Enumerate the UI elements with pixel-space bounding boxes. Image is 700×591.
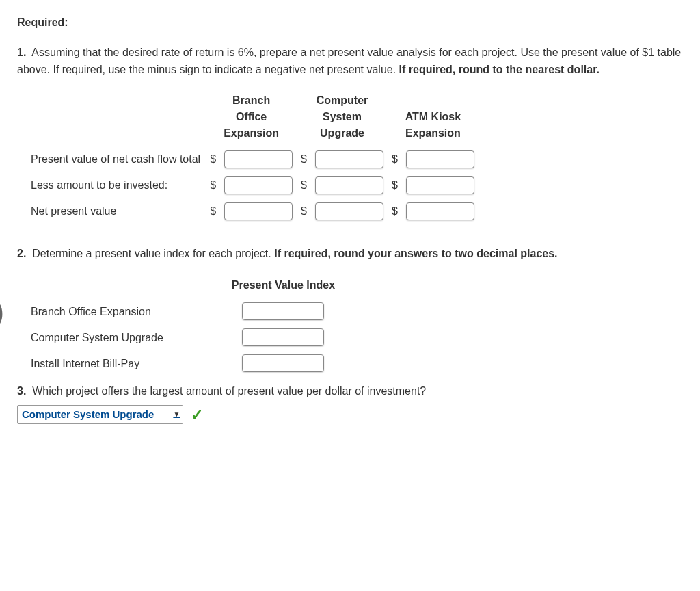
chevron-down-icon: ▼ bbox=[173, 409, 180, 420]
currency-symbol: $ bbox=[388, 172, 402, 198]
q3-number: 3. bbox=[17, 385, 26, 397]
q2-text: Determine a present value index for each… bbox=[32, 248, 274, 259]
question-2: 2. Determine a present value index for e… bbox=[17, 245, 683, 263]
currency-symbol: $ bbox=[297, 172, 311, 198]
q3-answer-row: Computer System Upgrade ▼ ✓ bbox=[17, 402, 683, 427]
page-edge-artifact: ) bbox=[0, 289, 4, 334]
pv-branch-input[interactable] bbox=[224, 150, 293, 168]
currency-symbol: $ bbox=[206, 198, 220, 224]
table-row: Present value of net cash flow total $ $… bbox=[31, 146, 479, 172]
table-row: Computer System Upgrade bbox=[31, 324, 362, 350]
table-row: Net present value $ $ $ bbox=[31, 198, 479, 224]
pvi-row1-label: Branch Office Expansion bbox=[31, 298, 204, 325]
pvi-computer-input[interactable] bbox=[242, 328, 324, 346]
currency-symbol: $ bbox=[206, 172, 220, 198]
npv-table: Branch Office Expansion Computer System … bbox=[31, 92, 479, 224]
required-heading: Required: bbox=[17, 14, 683, 31]
col2-h3: Upgrade bbox=[320, 127, 364, 139]
q1-number: 1. bbox=[17, 47, 26, 58]
col3-h2: Expansion bbox=[405, 127, 461, 139]
q3-text: Which project offers the largest amount … bbox=[32, 385, 426, 397]
npv-atm-input[interactable] bbox=[406, 202, 474, 220]
col1-h1: Branch bbox=[232, 94, 270, 106]
pvi-header: Present Value Index bbox=[204, 276, 362, 298]
q2-bold: If required, round your answers to two d… bbox=[274, 248, 557, 259]
pvi-table: Present Value Index Branch Office Expans… bbox=[31, 276, 362, 377]
col1-h2: Office bbox=[236, 111, 267, 122]
pvi-row3-label: Install Internet Bill-Pay bbox=[31, 350, 204, 376]
question-3: 3. Which project offers the largest amou… bbox=[17, 382, 683, 400]
pv-atm-input[interactable] bbox=[406, 150, 474, 168]
currency-symbol: $ bbox=[297, 198, 311, 224]
currency-symbol: $ bbox=[297, 146, 311, 172]
invest-branch-input[interactable] bbox=[224, 176, 293, 194]
q3-answer-select[interactable]: Computer System Upgrade ▼ bbox=[17, 405, 183, 424]
col2-h2: System bbox=[323, 111, 362, 122]
currency-symbol: $ bbox=[388, 198, 402, 224]
row1-label: Present value of net cash flow total bbox=[31, 146, 206, 172]
q2-number: 2. bbox=[17, 248, 26, 259]
pv-computer-input[interactable] bbox=[315, 150, 383, 168]
pvi-branch-input[interactable] bbox=[242, 302, 324, 320]
col1-h3: Expansion bbox=[224, 127, 279, 139]
q1-bold: If required, round to the nearest dollar… bbox=[399, 64, 600, 75]
npv-computer-input[interactable] bbox=[315, 202, 383, 220]
table-row: Install Internet Bill-Pay bbox=[31, 350, 362, 376]
col2-h1: Computer bbox=[317, 94, 368, 106]
question-1: 1. Assuming that the desired rate of ret… bbox=[17, 44, 683, 79]
invest-atm-input[interactable] bbox=[406, 176, 474, 194]
npv-branch-input[interactable] bbox=[224, 202, 293, 220]
col3-h1: ATM Kiosk bbox=[405, 111, 461, 122]
invest-computer-input[interactable] bbox=[315, 176, 383, 194]
row3-label: Net present value bbox=[31, 198, 206, 224]
row2-label: Less amount to be invested: bbox=[31, 172, 206, 198]
table-row: Less amount to be invested: $ $ $ bbox=[31, 172, 479, 198]
pvi-billpay-input[interactable] bbox=[242, 354, 324, 372]
checkmark-icon: ✓ bbox=[191, 406, 203, 423]
table-row: Branch Office Expansion bbox=[31, 298, 362, 325]
currency-symbol: $ bbox=[388, 146, 402, 172]
currency-symbol: $ bbox=[206, 146, 220, 172]
q3-answer-text: Computer System Upgrade bbox=[22, 406, 154, 423]
pvi-row2-label: Computer System Upgrade bbox=[31, 324, 204, 350]
